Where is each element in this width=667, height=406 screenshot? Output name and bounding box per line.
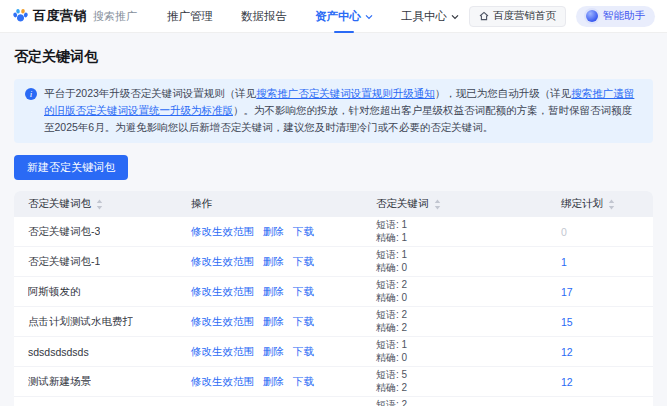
- edit-scope-link[interactable]: 修改生效范围: [191, 315, 254, 329]
- table-row: 纯纯粹粹修改生效范围删除下载短语: 2精确: 017: [14, 397, 653, 406]
- delete-link[interactable]: 删除: [263, 255, 284, 269]
- package-name-text: 否定关键词包-3: [28, 225, 100, 239]
- bound-plans-count[interactable]: 1: [561, 256, 567, 268]
- header-actions: 操作: [191, 197, 376, 211]
- download-link[interactable]: 下载: [293, 285, 314, 299]
- edit-scope-link[interactable]: 修改生效范围: [191, 225, 254, 239]
- cell-bound-plans: 1: [546, 256, 653, 268]
- phrase-count: 短语: 2: [376, 309, 407, 322]
- exact-count: 精确: 1: [376, 232, 407, 245]
- top-navbar: 百度营销 搜索推广 推广管理数据报告资产中心工具中心 百度营销首页 智能助手: [0, 0, 667, 33]
- cell-actions: 修改生效范围删除下载: [191, 345, 376, 359]
- phrase-count: 短语: 2: [376, 279, 407, 292]
- exact-count: 精确: 0: [376, 352, 407, 365]
- action-links: 修改生效范围删除下载: [191, 225, 376, 239]
- download-link[interactable]: 下载: [293, 255, 314, 269]
- cell-package-name: 阿斯顿发的: [14, 285, 191, 299]
- cell-negative-keywords: 短语: 1精确: 1: [376, 219, 546, 244]
- nav-item-数据报告[interactable]: 数据报告: [241, 0, 287, 33]
- bound-plans-count[interactable]: 12: [561, 376, 573, 388]
- cell-negative-keywords: 短语: 2精确: 0: [376, 399, 546, 406]
- sort-icon[interactable]: [96, 199, 103, 210]
- table-row: 测试新建场景修改生效范围删除下载短语: 5精确: 212: [14, 367, 653, 397]
- sort-icon[interactable]: [434, 199, 441, 210]
- nav-item-label: 数据报告: [241, 9, 287, 24]
- page-title: 否定关键词包: [14, 48, 653, 66]
- chevron-down-icon: [451, 14, 459, 20]
- delete-link[interactable]: 删除: [263, 285, 284, 299]
- action-links: 修改生效范围删除下载: [191, 345, 376, 359]
- main-content: 否定关键词包 i 平台于2023年升级否定关键词设置规则（详见搜索推广否定关键词…: [0, 48, 667, 406]
- assistant-icon: [586, 10, 598, 22]
- phrase-count: 短语: 1: [376, 249, 407, 262]
- exact-count: 精确: 2: [376, 382, 407, 395]
- marketing-home-button[interactable]: 百度营销首页: [469, 6, 566, 27]
- download-link[interactable]: 下载: [293, 315, 314, 329]
- nav-item-工具中心[interactable]: 工具中心: [401, 0, 459, 33]
- download-link[interactable]: 下载: [293, 345, 314, 359]
- exact-count: 精确: 0: [376, 292, 407, 305]
- nav-item-label: 工具中心: [401, 9, 447, 24]
- download-link[interactable]: 下载: [293, 375, 314, 389]
- table-row: 阿斯顿发的修改生效范围删除下载短语: 2精确: 017: [14, 277, 653, 307]
- sort-icon[interactable]: [608, 199, 615, 210]
- cell-actions: 修改生效范围删除下载: [191, 225, 376, 239]
- info-icon: i: [25, 88, 37, 100]
- edit-scope-link[interactable]: 修改生效范围: [191, 255, 254, 269]
- keyword-counts: 短语: 5精确: 2: [376, 369, 407, 394]
- nav-item-推广管理[interactable]: 推广管理: [167, 0, 213, 33]
- header-package-name[interactable]: 否定关键词包: [14, 197, 191, 211]
- delete-link[interactable]: 删除: [263, 315, 284, 329]
- delete-link[interactable]: 删除: [263, 375, 284, 389]
- notice-segment: ），现已为您自动升级（详见: [435, 87, 572, 99]
- header-negative-keywords[interactable]: 否定关键词: [376, 197, 546, 211]
- action-links: 修改生效范围删除下载: [191, 375, 376, 389]
- cell-negative-keywords: 短语: 1精确: 0: [376, 339, 546, 364]
- notice-segment: 平台于2023年升级否定关键词设置规则（详见: [44, 87, 256, 99]
- edit-scope-link[interactable]: 修改生效范围: [191, 375, 254, 389]
- notice-link[interactable]: 搜索推广否定关键词设置规则升级通知: [256, 87, 435, 99]
- bound-plans-count[interactable]: 12: [561, 346, 573, 358]
- package-name-text: 测试新建场景: [28, 375, 91, 389]
- brand[interactable]: 百度营销 搜索推广: [12, 7, 137, 25]
- header-label: 操作: [191, 197, 212, 209]
- notice-banner: i 平台于2023年升级否定关键词设置规则（详见搜索推广否定关键词设置规则升级通…: [14, 79, 653, 143]
- marketing-home-label: 百度营销首页: [493, 9, 556, 23]
- download-link[interactable]: 下载: [293, 225, 314, 239]
- nav-item-label: 资产中心: [315, 9, 361, 24]
- delete-link[interactable]: 删除: [263, 225, 284, 239]
- edit-scope-link[interactable]: 修改生效范围: [191, 345, 254, 359]
- nav-item-资产中心[interactable]: 资产中心: [315, 0, 373, 33]
- table-row: 点击计划测试水电费打修改生效范围删除下载短语: 2精确: 215: [14, 307, 653, 337]
- header-label: 否定关键词包: [28, 197, 91, 211]
- bound-plans-count[interactable]: 17: [561, 286, 573, 298]
- cell-package-name: sdsdsdsdsds: [14, 346, 191, 358]
- cell-negative-keywords: 短语: 5精确: 2: [376, 369, 546, 394]
- cell-negative-keywords: 短语: 2精确: 0: [376, 279, 546, 304]
- cell-bound-plans: 17: [546, 286, 653, 298]
- nav-items: 推广管理数据报告资产中心工具中心: [167, 0, 459, 33]
- keyword-counts: 短语: 1精确: 0: [376, 249, 407, 274]
- cell-package-name: 测试新建场景: [14, 375, 191, 389]
- keyword-counts: 短语: 1精确: 0: [376, 339, 407, 364]
- keyword-counts: 短语: 1精确: 1: [376, 219, 407, 244]
- header-label: 绑定计划: [561, 197, 603, 211]
- package-name-text: sdsdsdsdsds: [28, 346, 89, 358]
- table-row: sdsdsdsdsds修改生效范围删除下载短语: 1精确: 012: [14, 337, 653, 367]
- delete-link[interactable]: 删除: [263, 345, 284, 359]
- action-links: 修改生效范围删除下载: [191, 255, 376, 269]
- cell-package-name: 否定关键词包-1: [14, 255, 191, 269]
- brand-subtitle: 搜索推广: [93, 9, 137, 24]
- edit-scope-link[interactable]: 修改生效范围: [191, 285, 254, 299]
- baidu-marketing-logo-icon: [12, 8, 29, 24]
- nav-item-label: 推广管理: [167, 9, 213, 24]
- negative-keyword-table: 否定关键词包 操作 否定关键词 绑定计划 否定关键词包-3修改生效范围删除下载短…: [14, 191, 653, 406]
- smart-assistant-button[interactable]: 智能助手: [576, 6, 655, 27]
- bound-plans-count[interactable]: 15: [561, 316, 573, 328]
- cell-package-name: 否定关键词包-3: [14, 225, 191, 239]
- chevron-down-icon: [365, 14, 373, 20]
- header-bound-plans[interactable]: 绑定计划: [546, 197, 653, 211]
- create-negative-keyword-package-button[interactable]: 新建否定关键词包: [14, 155, 128, 180]
- table-row: 否定关键词包-3修改生效范围删除下载短语: 1精确: 10: [14, 217, 653, 247]
- notice-text: 平台于2023年升级否定关键词设置规则（详见搜索推广否定关键词设置规则升级通知）…: [44, 87, 634, 133]
